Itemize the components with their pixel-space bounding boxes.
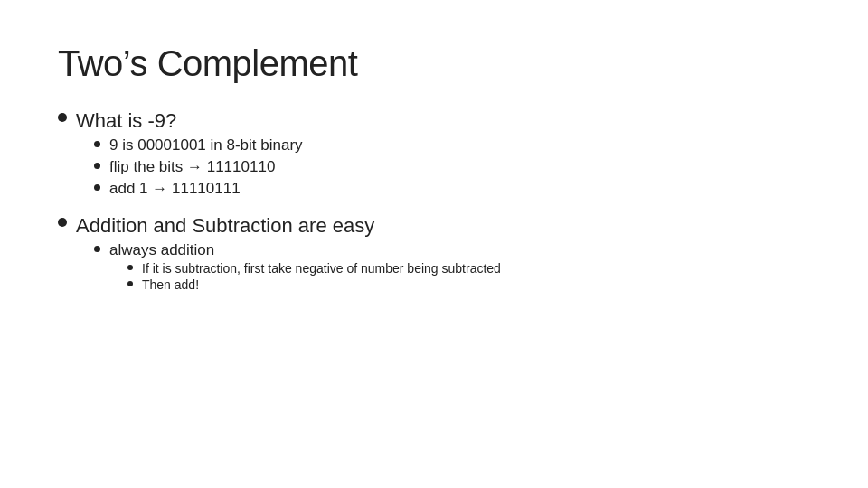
- content-area: What is -9? 9 is 00001001 in 8-bit binar…: [58, 109, 810, 292]
- bullet-dot-2-1: [94, 246, 100, 252]
- list-item-1-1-label: 9 is 00001001 in 8-bit binary: [109, 136, 303, 155]
- bullet-dot-2-1-2: [127, 281, 133, 286]
- list-item-2-1-1-label: If it is subtraction, first take negativ…: [142, 261, 501, 276]
- sub-list-1: 9 is 00001001 in 8-bit binary flip the b…: [94, 136, 303, 198]
- list-item-1-label: What is -9?: [76, 109, 303, 133]
- list-item-2-content: Addition and Subtraction are easy always…: [76, 214, 501, 292]
- bullet-dot-1: [58, 113, 67, 122]
- list-item-2-1-2: Then add!: [127, 277, 501, 292]
- slide: Two’s Complement What is -9? 9 is 000010…: [0, 0, 868, 488]
- slide-title: Two’s Complement: [58, 43, 810, 84]
- list-item-1-1: 9 is 00001001 in 8-bit binary: [94, 136, 303, 155]
- list-item-2-1-1: If it is subtraction, first take negativ…: [127, 261, 501, 276]
- list-item-1-2: flip the bits → 11110110: [94, 158, 303, 176]
- bullet-dot-1-1: [94, 141, 100, 147]
- list-item-1-2-label: flip the bits → 11110110: [109, 158, 275, 176]
- sub-sub-list-2-1: If it is subtraction, first take negativ…: [127, 261, 501, 292]
- sub-list-2: always addition If it is subtraction, fi…: [94, 241, 501, 292]
- bullet-dot-1-3: [94, 184, 100, 191]
- list-item-2: Addition and Subtraction are easy always…: [58, 214, 810, 292]
- list-item-2-1: always addition If it is subtraction, fi…: [94, 241, 501, 292]
- list-item-1-3-label: add 1 → 11110111: [109, 180, 241, 198]
- list-item-2-1-label: always addition: [109, 241, 501, 259]
- list-item-1: What is -9? 9 is 00001001 in 8-bit binar…: [58, 109, 810, 198]
- list-item-2-1-content: always addition If it is subtraction, fi…: [109, 241, 501, 292]
- list-item-2-1-2-label: Then add!: [142, 277, 199, 292]
- bullet-dot-2: [58, 218, 67, 227]
- bullet-dot-1-2: [94, 163, 100, 169]
- list-item-1-3: add 1 → 11110111: [94, 180, 303, 198]
- list-item-2-label: Addition and Subtraction are easy: [76, 214, 501, 238]
- list-item-1-content: What is -9? 9 is 00001001 in 8-bit binar…: [76, 109, 303, 198]
- bullet-dot-2-1-1: [127, 265, 133, 270]
